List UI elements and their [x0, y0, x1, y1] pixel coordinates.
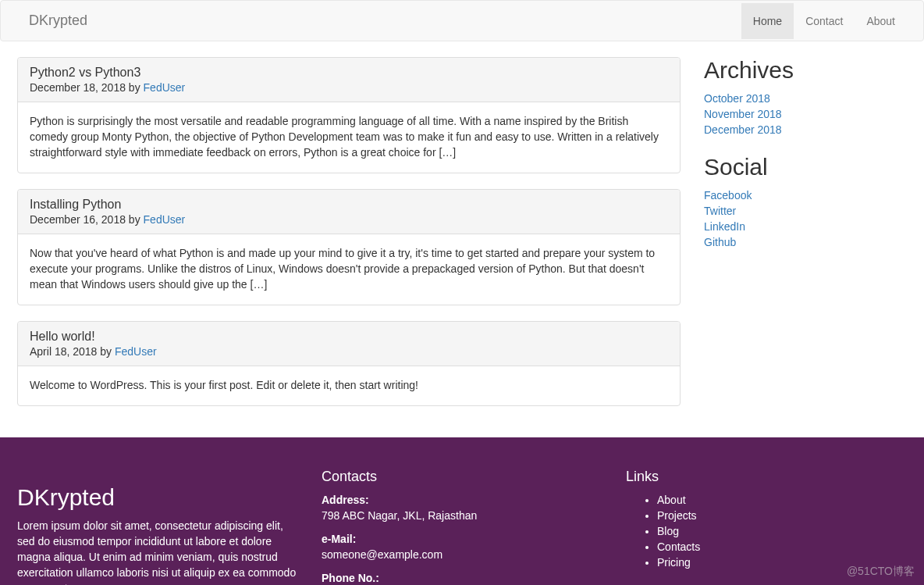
post-heading: Python2 vs Python3 December 18, 2018 by …	[18, 58, 680, 102]
post-author-link[interactable]: FedUser	[115, 345, 157, 358]
post-heading: Installing Python December 16, 2018 by F…	[18, 190, 680, 234]
social-list: Facebook Twitter LinkedIn Github	[704, 188, 907, 251]
nav-links: Home Contact About	[741, 3, 907, 39]
nav-link-contact[interactable]: Contact	[794, 3, 855, 39]
post-date: April 18, 2018	[30, 345, 97, 358]
post-author-link[interactable]: FedUser	[144, 213, 186, 226]
post-meta: December 18, 2018 by FedUser	[30, 81, 668, 94]
post-panel: Python2 vs Python3 December 18, 2018 by …	[17, 57, 681, 173]
email-label: e-Mail:	[322, 533, 356, 545]
navbar: DKrypted Home Contact About	[0, 0, 924, 41]
post-date: December 18, 2018	[30, 81, 126, 94]
footer-col-about: DKrypted Lorem ipsum dolor sit amet, con…	[17, 469, 298, 585]
archive-link[interactable]: December 2018	[704, 123, 782, 136]
nav-item-contact[interactable]: Contact	[794, 3, 855, 39]
post-by: by	[129, 213, 140, 226]
footer-link-about[interactable]: About	[657, 493, 907, 508]
post-excerpt: Now that you've heard of what Python is …	[18, 234, 680, 305]
footer: DKrypted Lorem ipsum dolor sit amet, con…	[0, 437, 924, 585]
post-date: December 16, 2018	[30, 213, 126, 226]
footer-link-projects[interactable]: Projects	[657, 508, 907, 524]
phone-label: Phone No.:	[322, 572, 379, 584]
social-link-linkedin[interactable]: LinkedIn	[704, 220, 745, 233]
post-panel: Installing Python December 16, 2018 by F…	[17, 189, 681, 305]
footer-description: Lorem ipsum dolor sit amet, consectetur …	[17, 519, 298, 585]
post-by: by	[129, 81, 140, 94]
post-author-link[interactable]: FedUser	[144, 81, 186, 94]
footer-links-list: About Projects Blog Contacts Pricing	[626, 493, 907, 571]
footer-brand: DKrypted	[17, 484, 298, 511]
post-heading: Hello world! April 18, 2018 by FedUser	[18, 322, 680, 366]
footer-link-contacts[interactable]: Contacts	[657, 540, 907, 555]
nav-link-about[interactable]: About	[855, 3, 907, 39]
address-value: 798 ABC Nagar, JKL, Rajasthan	[322, 509, 477, 522]
email-value: someone@example.com	[322, 548, 442, 561]
post-meta: April 18, 2018 by FedUser	[30, 345, 668, 358]
nav-link-home[interactable]: Home	[741, 3, 794, 39]
post-title[interactable]: Python2 vs Python3	[30, 66, 668, 80]
sidebar: Archives October 2018 November 2018 Dece…	[704, 57, 907, 422]
post-excerpt: Welcome to WordPress. This is your first…	[18, 366, 680, 405]
social-heading: Social	[704, 154, 907, 180]
post-meta: December 16, 2018 by FedUser	[30, 213, 668, 226]
archive-link[interactable]: November 2018	[704, 108, 782, 120]
archives-heading: Archives	[704, 57, 907, 84]
post-excerpt: Python is surprisingly the most versatil…	[18, 102, 680, 173]
post-title[interactable]: Installing Python	[30, 198, 668, 212]
archives-list: October 2018 November 2018 December 2018	[704, 91, 907, 138]
footer-link-blog[interactable]: Blog	[657, 524, 907, 540]
archive-link[interactable]: October 2018	[704, 92, 770, 105]
watermark: @51CTO博客	[847, 565, 915, 579]
social-link-twitter[interactable]: Twitter	[704, 205, 736, 217]
social-link-github[interactable]: Github	[704, 236, 736, 248]
footer-links-heading: Links	[626, 469, 907, 485]
address-label: Address:	[322, 494, 369, 506]
social-link-facebook[interactable]: Facebook	[704, 189, 752, 202]
nav-item-home[interactable]: Home	[741, 3, 794, 39]
post-panel: Hello world! April 18, 2018 by FedUser W…	[17, 321, 681, 406]
main-content: Python2 vs Python3 December 18, 2018 by …	[17, 57, 681, 422]
post-by: by	[100, 345, 112, 358]
post-title[interactable]: Hello world!	[30, 330, 668, 344]
footer-col-contacts: Contacts Address: 798 ABC Nagar, JKL, Ra…	[322, 469, 602, 585]
brand-link[interactable]: DKrypted	[17, 1, 99, 41]
nav-item-about[interactable]: About	[855, 3, 907, 39]
footer-contacts-heading: Contacts	[322, 469, 602, 485]
